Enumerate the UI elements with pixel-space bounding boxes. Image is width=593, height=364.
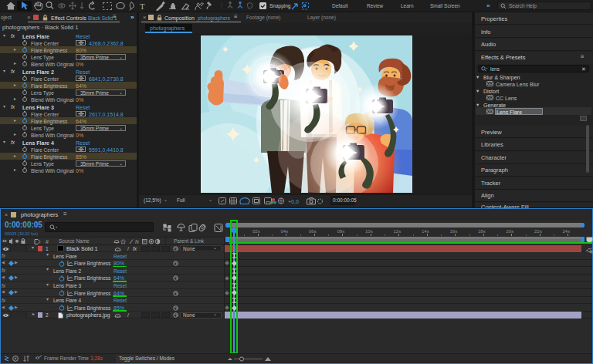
svg-text:+0,0: +0,0 bbox=[288, 199, 299, 204]
svg-text:fx: fx bbox=[135, 239, 140, 244]
svg-text:#: # bbox=[46, 239, 49, 244]
svg-text:T: T bbox=[140, 2, 145, 11]
